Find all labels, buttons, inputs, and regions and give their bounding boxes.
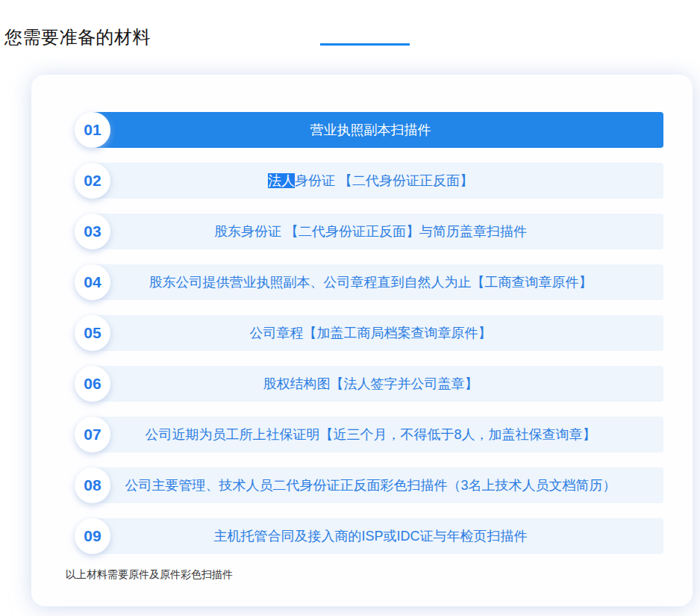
material-row-03: 03 股东身份证 【二代身份证正反面】与简历盖章扫描件: [78, 214, 663, 249]
material-text-rest: 身份证 【二代身份证正反面】: [295, 173, 473, 188]
selected-text: 法人: [268, 173, 295, 188]
number-badge: 04: [75, 264, 110, 300]
material-row-08: 08 公司主要管理、技术人员二代身份证正反面彩色扫描件（3名上技术人员文档简历）: [78, 467, 663, 503]
material-row-07: 07 公司近期为员工所上社保证明【近三个月，不得低于8人，加盖社保查询章】: [78, 417, 663, 452]
page-title: 您需要准备的材料: [4, 28, 151, 47]
materials-note: 以上材料需要原件及原件彩色扫描件: [66, 567, 233, 582]
title-accent-underline: [320, 43, 410, 46]
material-bar: 股权结构图【法人签字并公司盖章】: [78, 366, 663, 402]
number-badge: 03: [75, 214, 110, 249]
number-badge: 06: [75, 366, 110, 402]
number-badge: 01: [75, 112, 110, 148]
material-text: 法人身份证 【二代身份证正反面】: [268, 172, 473, 190]
material-text: 营业执照副本扫描件: [310, 121, 431, 139]
number-badge: 09: [75, 518, 110, 554]
number-badge: 07: [75, 417, 110, 452]
material-row-05: 05 公司章程【加盖工商局档案查询章原件】: [78, 315, 663, 351]
material-bar: 法人身份证 【二代身份证正反面】: [78, 163, 663, 199]
materials-card: 01 营业执照副本扫描件 02 法人身份证 【二代身份证正反面】 03 股东身份…: [31, 75, 693, 606]
number-badge: 02: [75, 163, 110, 199]
material-text: 股东公司提供营业执照副本、公司章程直到自然人为止【工商查询章原件】: [149, 273, 593, 291]
material-row-06: 06 股权结构图【法人签字并公司盖章】: [78, 366, 663, 402]
material-text: 公司近期为员工所上社保证明【近三个月，不得低于8人，加盖社保查询章】: [145, 426, 596, 444]
page: 您需要准备的材料 01 营业执照副本扫描件 02 法人身份证 【二代身份证正反面…: [0, 0, 700, 616]
material-row-01: 01 营业执照副本扫描件: [78, 112, 663, 148]
materials-list: 01 营业执照副本扫描件 02 法人身份证 【二代身份证正反面】 03 股东身份…: [78, 112, 663, 554]
material-bar: 股东身份证 【二代身份证正反面】与简历盖章扫描件: [78, 214, 663, 249]
material-row-02: 02 法人身份证 【二代身份证正反面】: [78, 163, 663, 199]
material-text: 股东身份证 【二代身份证正反面】与简历盖章扫描件: [214, 223, 527, 240]
material-bar: 公司章程【加盖工商局档案查询章原件】: [78, 315, 663, 351]
material-bar: 营业执照副本扫描件: [78, 112, 663, 148]
number-badge: 05: [75, 315, 110, 351]
material-text: 公司主要管理、技术人员二代身份证正反面彩色扫描件（3名上技术人员文档简历）: [125, 476, 616, 494]
material-bar: 股东公司提供营业执照副本、公司章程直到自然人为止【工商查询章原件】: [78, 264, 663, 300]
material-row-09: 09 主机托管合同及接入商的ISP或IDC证与年检页扫描件: [78, 518, 663, 554]
material-row-04: 04 股东公司提供营业执照副本、公司章程直到自然人为止【工商查询章原件】: [78, 264, 663, 300]
material-bar: 公司近期为员工所上社保证明【近三个月，不得低于8人，加盖社保查询章】: [78, 417, 663, 452]
material-text: 股权结构图【法人签字并公司盖章】: [263, 375, 478, 393]
material-text: 公司章程【加盖工商局档案查询章原件】: [250, 324, 492, 342]
material-text: 主机托管合同及接入商的ISP或IDC证与年检页扫描件: [213, 527, 527, 545]
number-badge: 08: [75, 467, 110, 503]
material-bar: 公司主要管理、技术人员二代身份证正反面彩色扫描件（3名上技术人员文档简历）: [78, 467, 663, 503]
material-bar: 主机托管合同及接入商的ISP或IDC证与年检页扫描件: [78, 518, 663, 554]
